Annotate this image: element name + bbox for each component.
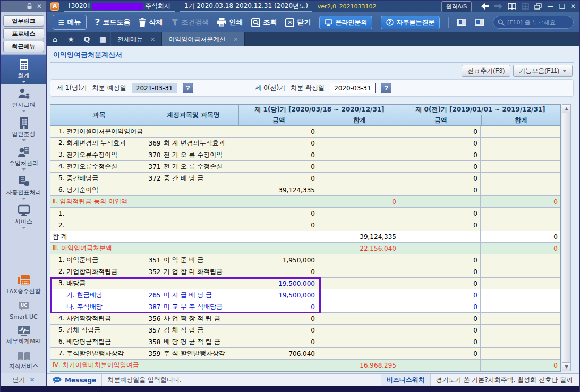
table-row[interactable]: 합 계39,124,3350 bbox=[50, 231, 560, 243]
cell-pri_sum: 0 bbox=[481, 243, 560, 254]
sidebar-close-button[interactable]: 닫기 ✕ bbox=[1, 373, 46, 386]
table-row[interactable]: 2. 기업합리화적립금352기 업 합 리 화적립금00 bbox=[50, 266, 560, 278]
table-row[interactable]: 5. 감채 적립금357감 채 적 립 금00 bbox=[50, 325, 560, 336]
tab-all-menu[interactable]: 전체메뉴 ✕ bbox=[111, 32, 162, 46]
date-help-button[interactable]: ? bbox=[183, 83, 193, 93]
scroll-down-icon[interactable]: ▼ bbox=[562, 362, 570, 371]
disposal-confirmed-date-input[interactable] bbox=[330, 83, 376, 93]
scrollbar-thumb[interactable] bbox=[562, 113, 570, 362]
disposal-planned-date-input[interactable] bbox=[132, 83, 177, 93]
cell-pri_sum bbox=[481, 161, 560, 173]
sidebar-tool-smart-uc[interactable]: UC Smart UC bbox=[1, 298, 46, 323]
cell-cur_amt: 0 bbox=[238, 126, 318, 138]
table-row[interactable]: 7. 주식할인발행차상각359주 식 할인발행차상각706,0400 bbox=[50, 348, 560, 360]
table-row[interactable]: 3. 전기오류수정이익370전 기 오 류 수정이익00 bbox=[50, 149, 560, 161]
date-help-button[interactable]: ? bbox=[381, 83, 391, 93]
table-row[interactable]: Ⅱ. 임의적립금 등의 이입액00 bbox=[50, 196, 560, 208]
star-favorites-icon[interactable]: ★ bbox=[63, 32, 79, 46]
cell-label: 3. 배당금 bbox=[50, 278, 148, 289]
condition-search-button[interactable]: 조건검색 bbox=[171, 18, 209, 27]
tab-close-icon[interactable]: ✕ bbox=[150, 36, 155, 43]
table-row[interactable]: Ⅳ. 차기이월미처분이익잉여금16,968,2950 bbox=[50, 360, 560, 371]
sidebar-item-service[interactable]: 서비스 bbox=[1, 201, 46, 230]
cascade-windows-icon[interactable] bbox=[534, 3, 542, 10]
sidebar-button-recent-menu[interactable]: 최근메뉴 bbox=[3, 41, 44, 52]
table-row[interactable]: 가. 현금배당265미 지 급 배 당 금19,500,0000 bbox=[50, 289, 560, 301]
close-x-icon: ✕ bbox=[285, 18, 294, 27]
cell-code: 369 bbox=[148, 138, 161, 149]
company-field[interactable]: [3020]주식회사 bbox=[64, 1, 175, 12]
news-headline[interactable]: 경기도가 쏜 기본?사회주택, 활성화 신호탄 될까 bbox=[430, 374, 579, 386]
sidebar-item-auto-slip[interactable]: 자동전표처리 bbox=[1, 172, 46, 201]
table-row[interactable]: 3. 배당금19,500,0000 bbox=[50, 278, 560, 289]
menu-button[interactable]: ≡ 메뉴 bbox=[53, 15, 87, 30]
sidebar-item-corporate-adjustment[interactable]: 법인조정 bbox=[1, 113, 46, 142]
grid-view-icon[interactable] bbox=[522, 3, 529, 10]
table-row[interactable]: Ⅲ. 이익잉여금처분액22,156,0400 bbox=[50, 243, 560, 254]
fiscal-period-field[interactable]: 1기 2020.03.18-2020.12.31 (2020년도) bbox=[180, 1, 312, 12]
sidebar-item-client-management[interactable]: 수임처관리 bbox=[1, 142, 46, 172]
table-row[interactable]: 5. 중간배당금372중 간 배 당 금00 bbox=[50, 173, 560, 184]
faq-button[interactable]: ? 자주묻는질문 bbox=[381, 16, 440, 29]
layout-toggle-icon[interactable] bbox=[457, 19, 466, 26]
table-row[interactable]: 6. 당기순이익39,124,3350 bbox=[50, 184, 560, 196]
vertical-scrollbar[interactable]: ▲ ▼ bbox=[562, 104, 571, 371]
cell-code bbox=[148, 184, 161, 196]
delete-button[interactable]: 삭제 bbox=[139, 18, 163, 27]
table-row[interactable]: 1. 전기이월미처분이익잉여금00 bbox=[50, 126, 560, 138]
sidebar-tool-tax-mri[interactable]: 세무회계MRI bbox=[1, 323, 46, 348]
scroll-up-icon[interactable]: ▲ bbox=[562, 105, 570, 113]
close-screen-button[interactable]: ✕ 닫기 bbox=[285, 18, 311, 27]
table-row[interactable]: 4. 전기오류수정손실371전 기 오 류 수정손실00 bbox=[50, 161, 560, 173]
cell-label: Ⅱ. 임의적립금 등의 이입액 bbox=[50, 196, 148, 208]
sidebar-tool-fax[interactable]: FAX송수신함 bbox=[1, 272, 46, 298]
table-row[interactable]: 6. 배당평균적립금358배 당 평 균 적 립 금00 bbox=[50, 336, 560, 348]
print-button[interactable]: 인쇄 bbox=[217, 18, 243, 27]
message-chip: Message bbox=[47, 374, 102, 386]
add-slip-button[interactable]: 전표추가(F3) bbox=[462, 65, 510, 77]
tab-retained-earnings[interactable]: 이익잉여금처분계산 ✕ bbox=[162, 32, 245, 46]
lock-icon[interactable] bbox=[27, 3, 32, 10]
cell-label: 5. 감채 적립금 bbox=[50, 325, 148, 336]
function-collection-button[interactable]: 기능모음(F11) bbox=[513, 65, 573, 77]
close-window-icon[interactable]: ✕ bbox=[570, 3, 576, 10]
remote-as-button[interactable]: 원격A/S bbox=[441, 1, 472, 12]
cell-label: Ⅳ. 차기이월미처분이익잉여금 bbox=[50, 360, 148, 371]
calendar-icon[interactable]: ▦ bbox=[95, 32, 111, 46]
cell-cur_amt: 0 bbox=[238, 266, 318, 278]
tab-close-icon[interactable]: ✕ bbox=[233, 36, 238, 43]
sidebar-item-accounting[interactable]: 회계 bbox=[1, 55, 46, 84]
status-message: 처분예정일을 입력합니다. bbox=[102, 376, 381, 385]
inquiry-button[interactable]: 조회 bbox=[251, 18, 277, 27]
quick-search-icon[interactable]: Q bbox=[79, 32, 95, 46]
table-row[interactable]: 4. 사업확장적립금356사 업 확 장 적 립 금00 bbox=[50, 313, 560, 325]
layout-toggle2-icon[interactable] bbox=[475, 19, 484, 26]
table-row[interactable]: 2. 회계변경의 누적효과369회 계 변경의누적효과00 bbox=[50, 138, 560, 149]
sidebar-tool-knowledge[interactable]: 지식서비스 bbox=[1, 348, 46, 373]
global-search-input[interactable] bbox=[507, 19, 569, 26]
table-row[interactable]: 2.00 bbox=[50, 219, 560, 231]
code-help-button[interactable]: ? 코드도움 bbox=[95, 18, 131, 27]
nav-forward-icon[interactable] bbox=[494, 3, 502, 10]
cell-pri_sum bbox=[481, 301, 560, 313]
dual-view-icon[interactable] bbox=[508, 3, 516, 10]
cell-name: 미 교 부 주 식배당금 bbox=[161, 301, 238, 313]
sidebar-item-hr-payroll[interactable]: 인사급여 bbox=[1, 84, 46, 113]
minimize-icon[interactable]: — bbox=[547, 3, 553, 10]
pulse-waveform-icon bbox=[17, 326, 31, 336]
home-icon[interactable]: ⌂ bbox=[47, 32, 63, 46]
panel-close-icon[interactable]: ✕ bbox=[37, 3, 42, 10]
grid-body: 1. 전기이월미처분이익잉여금002. 회계변경의 누적효과369회 계 변경의… bbox=[50, 126, 560, 371]
online-inquiry-button[interactable]: 온라인문의 bbox=[319, 16, 372, 29]
cell-pri_amt: 0 bbox=[399, 278, 481, 289]
app-logo: A bbox=[50, 2, 59, 11]
table-row[interactable]: 1.00 bbox=[50, 208, 560, 219]
sidebar-button-process[interactable]: 프로세스 bbox=[3, 28, 44, 39]
maximize-icon[interactable]: ☐ bbox=[559, 3, 565, 10]
cell-cur_sum bbox=[318, 149, 399, 161]
table-row[interactable]: 나. 주식배당387미 교 부 주 식배당금00 bbox=[50, 301, 560, 313]
nav-back-icon[interactable] bbox=[481, 3, 489, 10]
cell-code bbox=[148, 360, 161, 371]
table-row[interactable]: 1. 이익준비금351이 익 준 비 금1,950,0000 bbox=[50, 254, 560, 266]
sidebar-button-worklink[interactable]: 업무링크 bbox=[3, 15, 44, 27]
